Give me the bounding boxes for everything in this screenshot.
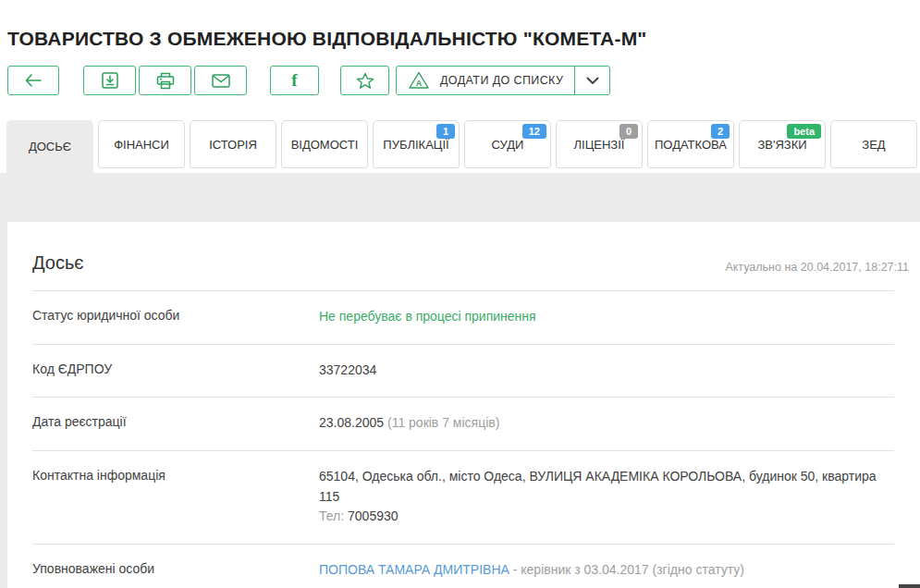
tab-tax[interactable]: 2 ПОДАТКОВА [647,120,734,168]
add-to-list-main[interactable]: A ДОДАТИ ДО СПИСКУ [397,67,574,94]
scroll-top-button-partial[interactable] [899,584,920,588]
legal-status-value: Не перебуває в процесі припинення [319,307,894,327]
print-button[interactable] [139,66,191,95]
company-address: 65104, Одеська обл., місто Одеса, ВУЛИЦЯ… [319,467,894,507]
updated-timestamp: Актуально на 20.04.2017, 18:27:11 [725,261,909,274]
company-title: ТОВАРИСТВО З ОБМЕЖЕНОЮ ВІДПОВІДАЛЬНІСТЮ … [0,0,920,50]
row-contact-info: Контактна інформація 65104, Одеська обл.… [32,451,894,545]
facebook-icon: f [291,70,297,91]
dossier-card-header: Досьє Актуально на 20.04.2017, 18:27:11 [32,222,920,274]
row-registration-date: Дата реєстрації 23.08.2005 (11 років 7 м… [32,398,894,451]
export-button-group [83,66,247,95]
svg-text:A: A [416,79,423,88]
add-to-list-button[interactable]: A ДОДАТИ ДО СПИСКУ [396,66,610,95]
count-badge: 0 [619,124,638,139]
beta-badge: beta [787,124,821,139]
tab-label: СУДИ [492,138,524,152]
tab-label: ІСТОРІЯ [209,138,257,152]
row-authorized-persons: Уповноважені особи ПОПОВА ТАМАРА ДМИТРІВ… [32,545,894,588]
arrow-left-icon [24,73,43,88]
tab-label: ПОДАТКОВА [655,138,727,152]
tab-label: ЗЕД [862,138,885,152]
row-label: Код ЄДРПОУ [32,361,319,381]
printer-icon [156,72,175,90]
count-badge: 12 [522,124,546,139]
tab-connections[interactable]: beta ЗВ'ЯЗКИ [739,120,826,168]
toolbar: f A ДОДАТИ ДО СПИСКУ [7,66,920,95]
envelope-icon [212,74,230,88]
tab-label: ЛІЦЕНЗІЇ [574,138,625,152]
row-label: Дата реєстрації [32,413,319,434]
chevron-down-icon [586,77,599,85]
company-phone-line: Тел: 7005930 [319,507,894,527]
row-label: Уповноважені особи [32,560,319,581]
row-edrpou: Код ЄДРПОУ 33722034 [32,345,894,398]
row-label: Контактна інформація [32,467,319,527]
add-to-list-label: ДОДАТИ ДО СПИСКУ [440,74,563,87]
tab-finances[interactable]: ФІНАНСИ [98,120,185,168]
download-icon [102,72,118,89]
phone-number: 7005930 [348,508,399,523]
download-button[interactable] [83,66,136,95]
tab-dossier[interactable]: ДОСЬЄ [6,120,93,173]
registration-date-value: 23.08.2005 (11 років 7 місяців) [319,413,894,434]
favorite-button[interactable] [340,66,389,95]
tab-label: ДОСЬЄ [29,140,71,153]
tab-publications[interactable]: 1 ПУБЛІКАЦІЇ [373,120,460,168]
add-to-list-dropdown-toggle[interactable] [574,67,609,94]
tab-label: ФІНАНСИ [114,138,169,152]
contact-info-value: 65104, Одеська обл., місто Одеса, ВУЛИЦЯ… [319,467,894,527]
section-title: Досьє [32,252,84,274]
tab-zed[interactable]: ЗЕД [830,120,917,168]
authorized-persons-value: ПОПОВА ТАМАРА ДМИТРІВНА - керівник з 03.… [319,560,894,581]
count-badge: 1 [436,124,455,139]
page-header: ТОВАРИСТВО З ОБМЕЖЕНОЮ ВІДПОВІДАЛЬНІСТЮ … [0,0,920,173]
row-legal-status: Статус юридичної особи Не перебуває в пр… [32,291,894,345]
back-button[interactable] [7,66,59,95]
email-button[interactable] [194,66,247,95]
row-label: Статус юридичної особи [32,307,319,327]
tab-label: ЗВ'ЯЗКИ [757,138,806,152]
person-link[interactable]: ПОПОВА ТАМАРА ДМИТРІВНА [319,562,509,577]
tab-label: ПУБЛІКАЦІЇ [383,138,448,152]
registration-date: 23.08.2005 [319,415,384,430]
count-badge: 2 [711,124,730,139]
triangle-a-icon: A [409,71,429,90]
dossier-card: Досьє Актуально на 20.04.2017, 18:27:11 … [7,222,920,588]
tab-bar: ДОСЬЄ ФІНАНСИ ІСТОРІЯ ВІДОМОСТІ 1 ПУБЛІК… [6,120,917,173]
facebook-share-button[interactable]: f [270,66,319,95]
tab-licenses[interactable]: 0 ЛІЦЕНЗІЇ [556,120,643,168]
tab-label: ВІДОМОСТІ [291,138,359,152]
star-icon [356,72,374,90]
person-role: - керівник з 03.04.2017 (згідно статуту) [513,562,744,577]
phone-label: Тел: [319,508,344,523]
registration-age: (11 років 7 місяців) [387,415,499,430]
edrpou-value: 33722034 [319,361,894,381]
tab-courts[interactable]: 12 СУДИ [464,120,551,168]
tab-history[interactable]: ІСТОРІЯ [190,120,276,168]
tab-details[interactable]: ВІДОМОСТІ [281,120,368,168]
